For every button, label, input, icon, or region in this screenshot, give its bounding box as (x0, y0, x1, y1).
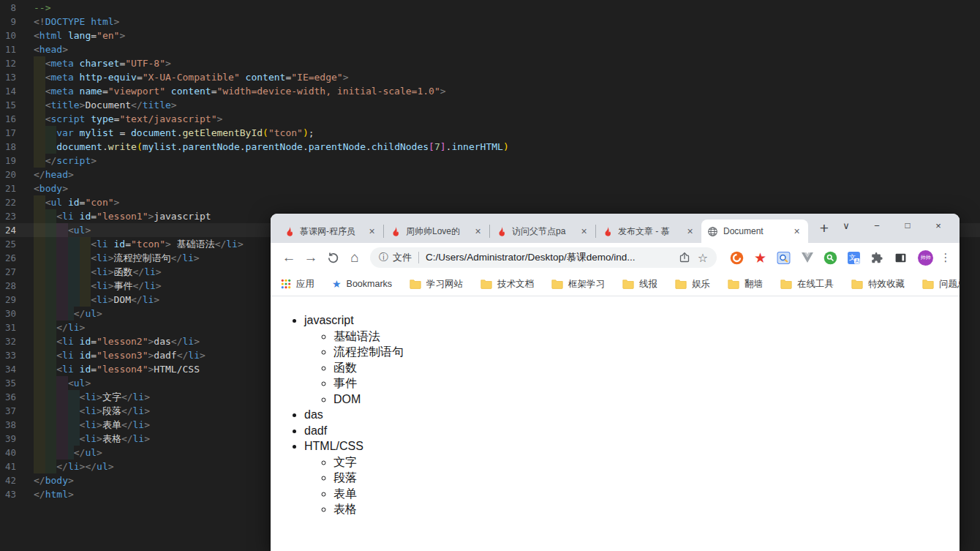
bookmark-item[interactable]: 特效收藏 (851, 278, 905, 291)
indent-guide (56, 293, 68, 307)
code-text: </head> (34, 168, 74, 181)
indent-guide (34, 98, 45, 112)
forward-button[interactable]: → (300, 247, 322, 269)
bookmark-item[interactable]: 线报 (622, 278, 657, 291)
indent-guide (34, 362, 45, 376)
code-line[interactable]: 8--> (0, 1, 980, 15)
indent-guide (45, 140, 57, 154)
close-button[interactable]: × (923, 216, 954, 235)
indent-guide (34, 265, 45, 279)
line-number: 43 (0, 487, 16, 501)
extensions-puzzle-icon[interactable] (870, 251, 884, 265)
browser-tab[interactable]: 访问父节点pa× (490, 220, 595, 243)
indent-guide (56, 376, 68, 390)
orange-circle-extension-icon[interactable] (730, 251, 744, 265)
code-line[interactable]: 11<head> (0, 42, 980, 56)
chevron-down-icon[interactable]: ∨ (831, 216, 862, 235)
tab-capture-extension-icon[interactable] (894, 251, 908, 265)
page-info-icon[interactable]: ⓘ (379, 251, 388, 264)
tab-close-icon[interactable]: × (472, 226, 483, 237)
bookmark-item[interactable]: 应用 (281, 278, 314, 291)
code-line[interactable]: 21<body> (0, 181, 980, 195)
vue-gray-extension-icon[interactable] (800, 251, 814, 265)
bookmark-item[interactable]: 学习网站 (410, 278, 463, 291)
flame-icon (284, 226, 295, 237)
code-line[interactable]: 22<ul id="con"> (0, 195, 980, 209)
indent-guide (34, 56, 45, 70)
bookmark-item[interactable]: 框架学习 (551, 278, 605, 291)
indent-guide (68, 279, 80, 293)
reload-button[interactable] (322, 247, 344, 269)
bookmark-item[interactable]: 问题总结 (922, 278, 960, 291)
tab-close-icon[interactable]: × (578, 226, 589, 237)
window-controls: ∨ − □ × (831, 216, 954, 235)
tab-title: 周帅帅Love的 (406, 225, 467, 238)
code-text: <li>流程控制语句</li> (34, 251, 200, 265)
page-content: javascript基础语法流程控制语句函数事件DOMdasdadfHTML/C… (271, 296, 960, 551)
menu-dots-icon[interactable]: ⋮ (939, 251, 952, 264)
bookmark-label: 特效收藏 (868, 278, 905, 291)
tab-close-icon[interactable]: × (366, 226, 377, 237)
tab-close-icon[interactable]: × (791, 226, 802, 237)
browser-tab[interactable]: 发布文章 - 慕× (596, 220, 701, 243)
browser-tab-active[interactable]: Document× (701, 220, 808, 243)
bookmark-star-icon[interactable]: ☆ (698, 251, 708, 265)
line-number: 33 (0, 348, 16, 362)
page-list-item: 段落 (333, 470, 960, 486)
bookmark-label: 问题总结 (939, 278, 960, 291)
translate-extension-icon[interactable]: 文A (847, 251, 861, 265)
browser-tab[interactable]: 周帅帅Love的× (384, 220, 489, 243)
code-text: <html lang="en"> (34, 29, 125, 42)
green-search-extension-icon[interactable] (823, 251, 837, 265)
tab-close-icon[interactable]: × (685, 226, 696, 237)
code-line[interactable]: 16<script type="text/javascript"> (0, 112, 980, 126)
indent-guide (34, 195, 45, 209)
page-list-level-1: javascript基础语法流程控制语句函数事件DOMdasdadfHTML/C… (275, 312, 960, 517)
code-line[interactable]: 13<meta http-equiv="X-UA-Compatible" con… (0, 70, 980, 84)
code-line[interactable]: 9<!DOCTYPE html> (0, 15, 980, 29)
line-number: 31 (0, 321, 16, 334)
folder-icon (922, 280, 934, 289)
code-line[interactable]: 15<title>Document</title> (0, 98, 980, 112)
page-list-item: 函数 (333, 360, 960, 376)
share-icon[interactable] (679, 252, 690, 263)
bookmark-item[interactable]: 在线工具 (780, 278, 834, 291)
maximize-button[interactable]: □ (892, 216, 923, 235)
page-list-item: dadf (304, 423, 960, 439)
indent-guide (45, 265, 57, 279)
browser-tab[interactable]: 慕课网-程序员× (278, 220, 383, 243)
blue-devtool-extension-icon[interactable] (777, 251, 791, 265)
folder-icon (851, 280, 863, 289)
bookmark-item[interactable]: ★Bookmarks (332, 279, 392, 289)
code-line[interactable]: 12<meta charset="UTF-8"> (0, 56, 980, 70)
code-line[interactable]: 14<meta name="viewport" content="width=d… (0, 84, 980, 98)
minimize-button[interactable]: − (862, 216, 892, 235)
code-line[interactable]: 10<html lang="en"> (0, 29, 980, 42)
code-text: </li></ul> (34, 460, 114, 473)
bookmark-item[interactable]: 娱乐 (675, 278, 710, 291)
code-line[interactable]: 20</head> (0, 168, 980, 181)
address-bar[interactable]: ⓘ 文件 C:/Users/Administrator/Desktop/慕课de… (370, 247, 717, 268)
indent-guide (34, 446, 45, 460)
line-number: 8 (0, 1, 16, 15)
indent-guide (68, 446, 74, 460)
code-line[interactable]: 17var mylist = document.getElementById("… (0, 126, 980, 140)
url-text[interactable]: C:/Users/Administrator/Desktop/慕课demo/in… (426, 251, 636, 264)
home-button[interactable]: ⌂ (344, 247, 366, 269)
page-list-item: 事件 (333, 375, 960, 391)
code-text: <meta http-equiv="X-UA-Compatible" conte… (34, 70, 349, 84)
star-icon: ★ (332, 279, 342, 289)
back-button[interactable]: ← (278, 247, 300, 269)
code-text: <title>Document</title> (34, 98, 177, 112)
indent-guide (34, 251, 45, 265)
tab-separator (595, 225, 596, 238)
red-star-extension-icon[interactable]: ★ (753, 251, 767, 265)
bookmark-item[interactable]: 技术文档 (480, 278, 534, 291)
line-number: 38 (0, 418, 16, 432)
flame-icon (496, 226, 507, 237)
code-line[interactable]: 18document.write(mylist.parentNode.paren… (0, 140, 980, 154)
code-line[interactable]: 19</script> (0, 154, 980, 168)
profile-avatar[interactable]: 帅帅 (918, 250, 933, 266)
bookmark-item[interactable]: 翻墙 (728, 278, 763, 291)
page-list-item: das (304, 407, 960, 423)
